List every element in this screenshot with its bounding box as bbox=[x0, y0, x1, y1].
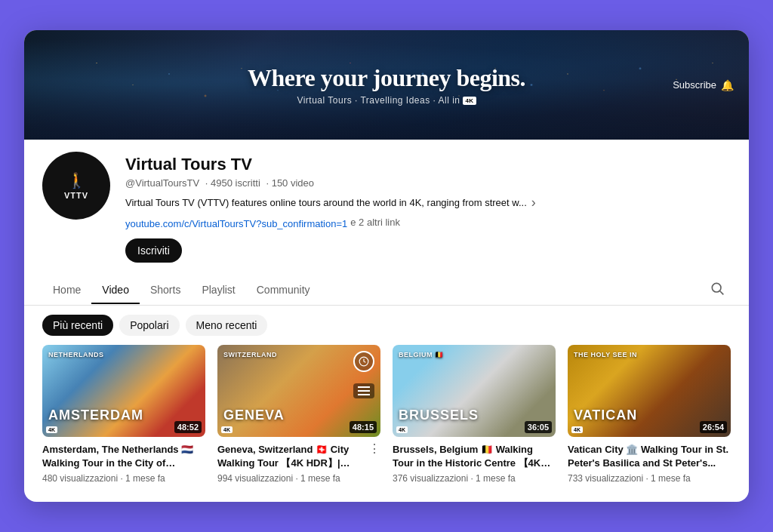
channel-name: Virtual Tours TV bbox=[125, 155, 731, 174]
banner-content: Where your journey begins. Virtual Tours… bbox=[248, 64, 525, 106]
channel-meta: @VirtualToursTV · 4950 iscritti · 150 vi… bbox=[125, 177, 731, 189]
channel-handle: @VirtualToursTV bbox=[125, 177, 199, 189]
video-title-4: Vatican City 🏛️ Walking Tour in St. Pete… bbox=[568, 443, 731, 470]
filter-recent[interactable]: Più recenti bbox=[42, 315, 113, 336]
video-4k-badge-1: 4K bbox=[46, 426, 57, 433]
clock-icon bbox=[353, 351, 374, 372]
video-thumb-1: NETHERLANDS AMSTERDAM 4K 48:52 bbox=[42, 345, 205, 437]
thumb-top-label-3: BELGIUM 🇧🇪 bbox=[399, 351, 444, 358]
video-4k-badge-2: 4K bbox=[221, 426, 233, 433]
svg-point-0 bbox=[712, 283, 721, 292]
tabs-section: Home Video Shorts Playlist Community bbox=[24, 275, 749, 306]
thumb-top-label-1: NETHERLANDS bbox=[48, 351, 104, 358]
video-title-1: Amsterdam, The Netherlands 🇳🇱 Walking To… bbox=[42, 443, 205, 470]
video-duration-2: 48:15 bbox=[350, 421, 377, 433]
video-card-2[interactable]: SWITZERLAND GENEVA 4K 48:15 Geneva, S bbox=[217, 345, 380, 484]
video-stats-3: 376 visualizzazioni · 1 mese fa bbox=[393, 473, 556, 484]
subscribe-button[interactable]: Iscriviti bbox=[125, 238, 182, 263]
video-4k-badge-4: 4K bbox=[571, 426, 583, 433]
banner-subscribe-area: Subscribe 🔔 bbox=[673, 79, 734, 91]
avatar: 🚶 VTTV bbox=[42, 152, 110, 220]
videos-grid: NETHERLANDS AMSTERDAM 4K 48:52 Amsterdam… bbox=[24, 345, 749, 502]
expand-icon[interactable]: › bbox=[531, 195, 536, 211]
channel-link[interactable]: youtube.com/c/VirtualToursTV?sub_confirm… bbox=[125, 218, 347, 229]
channel-description: Virtual Tours TV (VTTV) features online … bbox=[125, 195, 731, 211]
play-bar bbox=[353, 383, 374, 398]
tab-community[interactable]: Community bbox=[246, 276, 321, 303]
video-card-3[interactable]: BELGIUM 🇧🇪 BRUSSELS 4K 36:05 Brussels, B… bbox=[393, 345, 556, 484]
banner-subtitle: Virtual Tours · Travelling Ideas · All i… bbox=[248, 95, 525, 106]
video-info-4: Vatican City 🏛️ Walking Tour in St. Pete… bbox=[568, 437, 731, 484]
video-stats-2: 994 visualizzazioni · 1 mese fa bbox=[217, 473, 380, 484]
video-stats-4: 733 visualizzazioni · 1 mese fa bbox=[568, 473, 731, 484]
video-menu-button-2[interactable]: ⋮ bbox=[368, 441, 380, 456]
banner-subscribe-label: Subscribe bbox=[673, 79, 716, 91]
video-duration-4: 26:54 bbox=[700, 421, 727, 433]
banner-title: Where your journey begins. bbox=[248, 64, 525, 92]
video-duration-3: 36:05 bbox=[525, 421, 552, 433]
video-card-1[interactable]: NETHERLANDS AMSTERDAM 4K 48:52 Amsterdam… bbox=[42, 345, 205, 484]
video-4k-badge-3: 4K bbox=[396, 426, 408, 433]
channel-video-count: 150 video bbox=[272, 177, 314, 189]
thumb-city-label-2: GENEVA bbox=[223, 407, 285, 423]
channel-details: Virtual Tours TV @VirtualToursTV · 4950 … bbox=[125, 152, 731, 263]
channel-link-row: youtube.com/c/VirtualToursTV?sub_confirm… bbox=[125, 215, 731, 229]
thumb-top-label-4: THE HOLY SEE IN bbox=[574, 351, 637, 358]
video-title-2: Geneva, Switzerland 🇨🇭 City Walking Tour… bbox=[217, 443, 380, 470]
video-thumb-2: SWITZERLAND GENEVA 4K 48:15 bbox=[217, 345, 380, 437]
browser-card: Where your journey begins. Virtual Tours… bbox=[24, 30, 749, 502]
filter-section: Più recenti Popolari Meno recenti bbox=[24, 306, 749, 345]
tab-shorts[interactable]: Shorts bbox=[140, 276, 191, 303]
person-icon: 🚶 bbox=[67, 171, 86, 189]
thumb-top-label-2: SWITZERLAND bbox=[223, 351, 277, 358]
video-thumb-4: THE HOLY SEE IN VATICAN 4K 26:54 bbox=[568, 345, 731, 437]
channel-banner: Where your journey begins. Virtual Tours… bbox=[24, 30, 749, 140]
thumb-city-label-4: VATICAN bbox=[574, 407, 637, 423]
video-info-3: Brussels, Belgium 🇧🇪 Walking Tour in the… bbox=[393, 437, 556, 484]
channel-info-section: 🚶 VTTV Virtual Tours TV @VirtualToursTV … bbox=[24, 140, 749, 263]
tab-playlist[interactable]: Playlist bbox=[191, 276, 245, 303]
thumb-city-label-3: BRUSSELS bbox=[399, 407, 479, 423]
video-thumb-3: BELGIUM 🇧🇪 BRUSSELS 4K 36:05 bbox=[393, 345, 556, 437]
filter-oldest[interactable]: Meno recenti bbox=[186, 315, 268, 336]
more-links-label: e 2 altri link bbox=[350, 217, 400, 228]
bell-icon: 🔔 bbox=[721, 79, 734, 91]
tab-home[interactable]: Home bbox=[42, 276, 91, 303]
svg-line-1 bbox=[720, 291, 724, 295]
video-card-4[interactable]: THE HOLY SEE IN VATICAN 4K 26:54 Vatican… bbox=[568, 345, 731, 484]
thumb-city-label-1: AMSTERDAM bbox=[48, 407, 143, 423]
tab-video[interactable]: Video bbox=[91, 276, 140, 303]
banner-4k-badge: 4K bbox=[463, 97, 476, 105]
filter-popular[interactable]: Popolari bbox=[119, 315, 179, 336]
video-title-3: Brussels, Belgium 🇧🇪 Walking Tour in the… bbox=[393, 443, 556, 470]
avatar-text: VTTV bbox=[64, 191, 88, 200]
video-info-1: Amsterdam, The Netherlands 🇳🇱 Walking To… bbox=[42, 437, 205, 484]
video-stats-1: 480 visualizzazioni · 1 mese fa bbox=[42, 473, 205, 484]
search-icon[interactable] bbox=[704, 275, 731, 305]
channel-subscribers: 4950 iscritti bbox=[211, 177, 260, 189]
video-duration-1: 48:52 bbox=[174, 421, 202, 433]
video-info-2: Geneva, Switzerland 🇨🇭 City Walking Tour… bbox=[217, 437, 380, 484]
